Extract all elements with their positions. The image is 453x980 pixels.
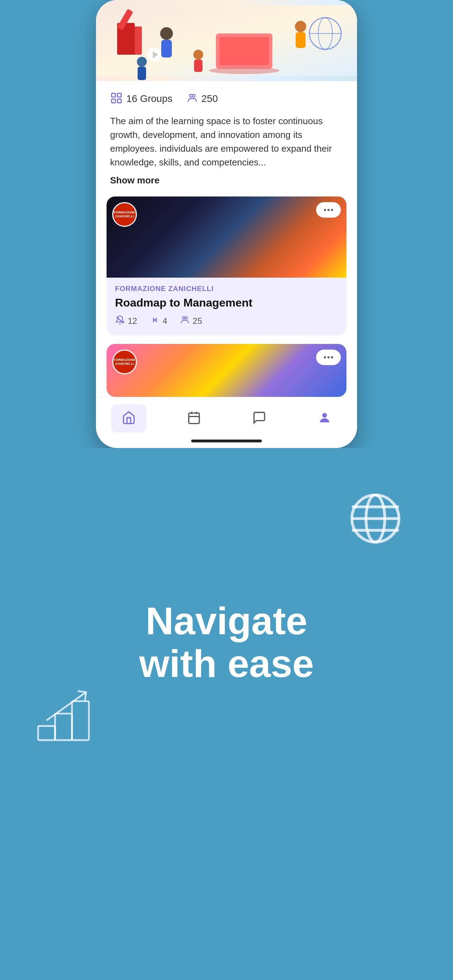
- course-logo-text-2: FORMAZIONEZANICHELLI: [114, 358, 135, 366]
- nav-profile[interactable]: [307, 404, 342, 433]
- globe-icon: [347, 490, 404, 548]
- course-stats-1: 12 4: [115, 315, 338, 327]
- svg-rect-44: [72, 701, 89, 740]
- notifications-stat: 12: [115, 315, 137, 327]
- profile-icon: [318, 410, 332, 426]
- svg-point-36: [322, 413, 327, 418]
- course-card-2-image: FORMAZIONEZANICHELLI: [106, 344, 347, 397]
- nav-home[interactable]: [111, 404, 146, 433]
- navigate-line2: with ease: [139, 642, 314, 685]
- svg-point-6: [209, 67, 280, 74]
- groups-row: 16 Groups 250: [110, 92, 343, 106]
- svg-point-25: [192, 94, 195, 97]
- home-indicator: [191, 439, 262, 442]
- svg-point-9: [295, 21, 306, 32]
- people-count: 250: [202, 93, 218, 104]
- tools-stat: 4: [150, 315, 167, 327]
- svg-line-45: [46, 692, 86, 721]
- bell-icon: [115, 315, 125, 327]
- content-area: 16 Groups 250 The aim of the learning sp…: [96, 81, 357, 196]
- navigate-text: Navigate with ease: [139, 599, 314, 685]
- navigate-line1: Navigate: [139, 599, 314, 642]
- course-logo-1: FORMAZIONEZANICHELLI: [112, 202, 137, 227]
- navigate-section: Navigate with ease: [0, 448, 453, 836]
- nav-calendar[interactable]: [176, 404, 212, 433]
- svg-rect-43: [55, 714, 72, 740]
- course-logo-2: FORMAZIONEZANICHELLI: [112, 350, 137, 374]
- course-menu-button-1[interactable]: [316, 202, 341, 218]
- svg-rect-23: [118, 99, 121, 103]
- svg-rect-17: [138, 67, 146, 80]
- svg-rect-21: [118, 94, 121, 97]
- groups-count: 16 Groups: [126, 93, 173, 104]
- dot: [327, 209, 329, 211]
- course-logo-text-1: FORMAZIONEZANICHELLI: [114, 211, 135, 218]
- bottom-nav: [96, 397, 357, 436]
- svg-rect-22: [112, 99, 116, 103]
- users-icon: [180, 315, 190, 327]
- svg-rect-19: [194, 60, 202, 72]
- svg-rect-42: [38, 726, 55, 740]
- nav-chat[interactable]: [242, 404, 277, 433]
- notifications-count: 12: [128, 316, 137, 326]
- tools-count: 4: [163, 316, 167, 326]
- show-more-button[interactable]: Show more: [110, 175, 159, 186]
- svg-point-18: [193, 50, 203, 60]
- groups-icon: [110, 92, 123, 106]
- svg-point-16: [137, 57, 147, 67]
- svg-rect-10: [296, 32, 305, 48]
- dot: [324, 209, 326, 211]
- course-card-1-image: FORMAZIONEZANICHELLI: [106, 196, 347, 278]
- dot: [327, 356, 329, 358]
- svg-point-7: [160, 27, 173, 40]
- tools-icon: [150, 315, 160, 327]
- hero-image: [96, 0, 357, 81]
- chat-icon: [252, 410, 266, 426]
- groups-item: 16 Groups: [110, 92, 173, 106]
- phone-mockup: 16 Groups 250 The aim of the learning sp…: [96, 0, 357, 448]
- people-item: 250: [187, 92, 218, 105]
- course-menu-button-2[interactable]: [316, 350, 341, 365]
- page-wrapper: 16 Groups 250 The aim of the learning sp…: [0, 0, 453, 980]
- course-card-1-content: FORMAZIONE ZANICHELLI Roadmap to Managem…: [106, 278, 347, 336]
- course-card-2: FORMAZIONEZANICHELLI: [106, 344, 347, 397]
- svg-rect-20: [112, 94, 116, 97]
- course-card-1: FORMAZIONEZANICHELLI FORMAZIONE ZANICHEL…: [106, 196, 347, 336]
- dot: [331, 356, 333, 358]
- svg-rect-32: [189, 413, 199, 424]
- description-text: The aim of the learning space is to fost…: [110, 114, 343, 169]
- course-title-1: Roadmap to Management: [115, 296, 338, 309]
- svg-point-31: [185, 317, 188, 319]
- dot: [324, 356, 326, 358]
- calendar-icon: [187, 410, 201, 426]
- svg-rect-8: [161, 40, 172, 57]
- people-icon: [187, 92, 198, 105]
- svg-rect-5: [219, 37, 269, 65]
- home-icon: [122, 410, 136, 426]
- dot: [331, 209, 333, 211]
- people-stat: 25: [180, 315, 202, 327]
- people-stat-count: 25: [192, 316, 202, 326]
- stairs-icon: [35, 686, 92, 745]
- course-provider-1: FORMAZIONE ZANICHELLI: [115, 285, 338, 293]
